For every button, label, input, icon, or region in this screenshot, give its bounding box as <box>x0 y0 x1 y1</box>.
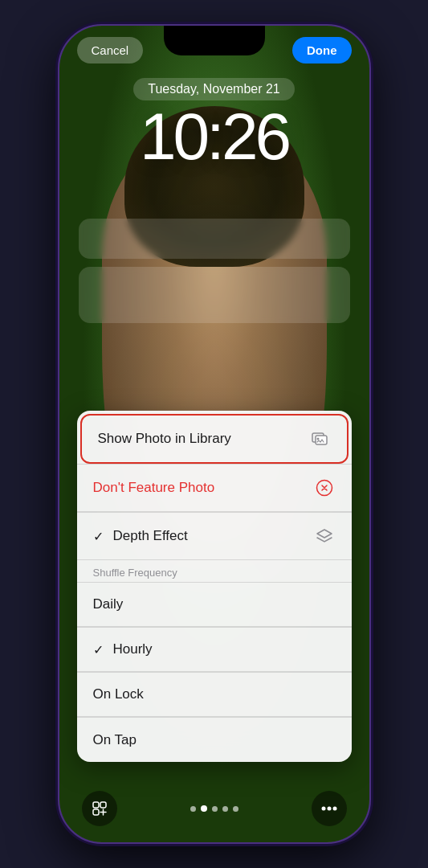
svg-point-2 <box>316 438 319 440</box>
dot-4 <box>222 806 228 812</box>
customize-button[interactable] <box>82 791 117 826</box>
on-tap-label: On Tap <box>93 732 137 748</box>
menu-item-depth-effect[interactable]: ✓ Depth Effect <box>77 512 352 560</box>
date-display: Tuesday, November 21 <box>133 78 295 100</box>
depth-checkmark: ✓ <box>93 529 104 544</box>
menu-item-show-photo[interactable]: Show Photo in Library <box>82 416 347 462</box>
widget-bottom <box>79 267 350 323</box>
layers-icon <box>313 525 336 547</box>
more-button[interactable] <box>312 791 347 826</box>
context-menu: Show Photo in Library Don' <box>77 411 352 762</box>
dot-1 <box>190 806 196 812</box>
lockscreen-content: Tuesday, November 21 10:26 <box>59 78 369 170</box>
phone-frame: Cancel Done Tuesday, November 21 10:26 S… <box>58 24 371 844</box>
svg-point-8 <box>327 807 331 811</box>
svg-point-9 <box>332 807 336 811</box>
hourly-checkmark: ✓ <box>93 642 104 657</box>
menu-item-on-lock[interactable]: On Lock <box>77 672 352 717</box>
svg-rect-6 <box>93 809 99 815</box>
dot-3 <box>212 806 218 812</box>
cancel-button[interactable]: Cancel <box>77 37 144 63</box>
svg-rect-5 <box>100 802 106 808</box>
dot-5 <box>233 806 238 812</box>
menu-item-hourly[interactable]: ✓ Hourly <box>77 627 352 672</box>
photo-library-icon <box>308 428 331 450</box>
shuffle-frequency-header: Shuffle Frequency <box>77 560 352 582</box>
show-photo-label: Show Photo in Library <box>98 431 231 447</box>
dot-2 <box>201 805 207 812</box>
done-button[interactable]: Done <box>292 37 352 63</box>
depth-effect-label: Depth Effect <box>113 528 188 544</box>
screen: Cancel Done Tuesday, November 21 10:26 S… <box>59 26 369 842</box>
svg-point-7 <box>321 807 325 811</box>
widget-area <box>79 219 350 331</box>
widget-top <box>79 219 350 259</box>
dont-feature-label: Don't Feature Photo <box>93 480 215 496</box>
x-circle-icon <box>313 477 336 499</box>
hourly-label: Hourly <box>113 641 153 657</box>
menu-item-dont-feature[interactable]: Don't Feature Photo <box>77 464 352 512</box>
menu-item-on-tap[interactable]: On Tap <box>77 717 352 762</box>
page-dots <box>190 805 238 812</box>
nav-buttons: Cancel Done <box>59 37 369 63</box>
bottom-toolbar <box>59 791 369 826</box>
svg-rect-4 <box>93 802 99 808</box>
daily-label: Daily <box>93 596 124 612</box>
menu-item-daily[interactable]: Daily <box>77 582 352 627</box>
on-lock-label: On Lock <box>93 686 144 702</box>
time-display: 10:26 <box>59 104 369 170</box>
